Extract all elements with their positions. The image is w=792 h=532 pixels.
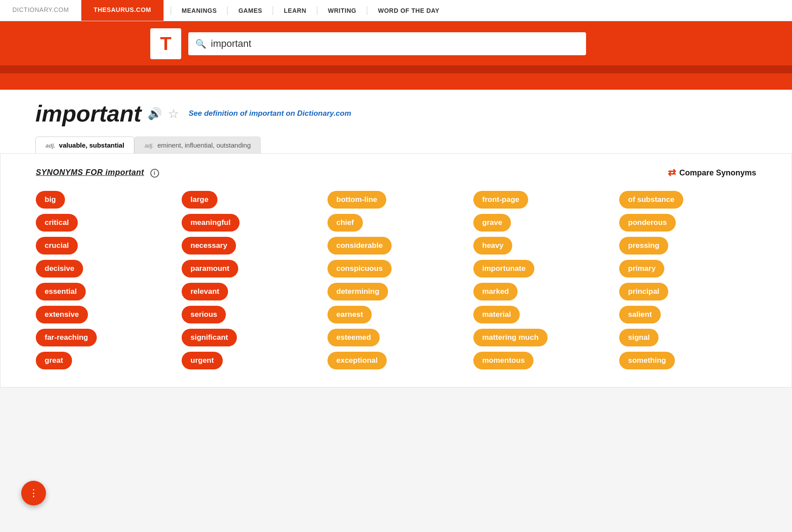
synonym-tag[interactable]: critical [36, 214, 78, 232]
synonym-tag[interactable]: far-reaching [36, 329, 97, 346]
header-inner: T 🔍 [0, 28, 792, 59]
nav-links: MEANINGS GAMES LEARN WRITING WORD OF THE… [171, 0, 450, 21]
speaker-icon[interactable]: 🔊 [148, 107, 162, 121]
synonym-tag[interactable]: mattering much [473, 329, 548, 346]
tab-eminent-influential[interactable]: adj. eminent, influential, outstanding [134, 137, 261, 153]
synonym-tag[interactable]: great [36, 352, 72, 369]
synonym-tag[interactable]: essential [36, 283, 86, 300]
word-title-row: important 🔊 ☆ See definition of importan… [35, 100, 757, 131]
nav-link-games[interactable]: GAMES [228, 0, 273, 21]
synonym-tag[interactable]: big [36, 191, 65, 209]
synonym-tag[interactable]: momentous [473, 352, 533, 369]
synonym-tag[interactable]: of substance [619, 191, 683, 209]
syn-col-4: of substanceponderouspressingprimaryprin… [619, 191, 756, 369]
syn-col-1: largemeaningfulnecessaryparamountrelevan… [182, 191, 319, 369]
synonym-tag[interactable]: conspicuous [327, 260, 392, 277]
synonym-tag[interactable]: salient [619, 306, 661, 323]
synonym-tag[interactable]: something [619, 352, 675, 369]
synonym-tag[interactable]: pressing [619, 237, 668, 255]
nav-link-wotd[interactable]: WORD OF THE DAY [367, 0, 450, 21]
synonym-tag[interactable]: decisive [36, 260, 83, 277]
synonym-tag[interactable]: necessary [182, 237, 236, 255]
nav-link-writing[interactable]: WRITING [317, 0, 367, 21]
synonym-tag[interactable]: crucial [36, 237, 78, 255]
synonyms-header: SYNONYMS FOR important i ⇄ Compare Synon… [36, 167, 756, 179]
synonym-tag[interactable]: bottom-line [327, 191, 386, 209]
synonym-tag[interactable]: material [473, 306, 520, 323]
nav-link-meanings[interactable]: MEANINGS [171, 0, 227, 21]
word-title: important [35, 100, 141, 127]
synonym-tag[interactable]: importunate [473, 260, 534, 277]
word-tabs: adj. valuable, substantial adj. eminent,… [35, 137, 757, 153]
synonym-tag[interactable]: ponderous [619, 214, 676, 232]
compare-synonyms-button[interactable]: ⇄ Compare Synonyms [668, 167, 756, 179]
nav-link-learn[interactable]: LEARN [273, 0, 317, 21]
search-input[interactable] [211, 38, 579, 49]
syn-col-2: bottom-linechiefconsiderableconspicuousd… [327, 191, 465, 369]
logo-letter: T [160, 34, 171, 53]
synonym-tag[interactable]: marked [473, 283, 518, 300]
synonym-tag[interactable]: esteemed [327, 329, 380, 346]
synonym-tag[interactable]: earnest [327, 306, 372, 323]
logo[interactable]: T [150, 28, 181, 59]
synonym-tag[interactable]: relevant [182, 283, 228, 300]
fab-button[interactable]: ⋮ [21, 481, 46, 505]
synonym-tag[interactable]: paramount [182, 260, 238, 277]
star-icon[interactable]: ☆ [168, 106, 179, 121]
header: T 🔍 [0, 21, 792, 90]
nav-tab-dictionary[interactable]: DICTIONARY.COM [0, 0, 81, 21]
header-stripe [0, 65, 792, 73]
nav-tab-thesaurus[interactable]: THESAURUS.COM [81, 0, 164, 21]
synonym-tag[interactable]: exceptional [327, 352, 387, 369]
synonym-tag[interactable]: serious [182, 306, 226, 323]
synonym-tag[interactable]: primary [619, 260, 664, 277]
compare-arrows-icon: ⇄ [668, 167, 676, 179]
syn-col-3: front-pagegraveheavyimportunatemarkedmat… [473, 191, 610, 369]
nav-bar: DICTIONARY.COM THESAURUS.COM MEANINGS GA… [0, 0, 792, 21]
info-icon[interactable]: i [150, 169, 159, 178]
synonym-tag[interactable]: determining [327, 283, 388, 300]
synonyms-grid: bigcriticalcrucialdecisiveessentialexten… [36, 191, 756, 369]
synonym-tag[interactable]: front-page [473, 191, 528, 209]
synonym-tag[interactable]: signal [619, 329, 659, 346]
synonym-tag[interactable]: chief [327, 214, 363, 232]
search-icon: 🔍 [195, 38, 206, 49]
synonym-tag[interactable]: heavy [473, 237, 512, 255]
synonym-tag[interactable]: extensive [36, 306, 88, 323]
synonym-tag[interactable]: meaningful [182, 214, 240, 232]
synonym-tag[interactable]: urgent [182, 352, 223, 369]
search-box: 🔍 [188, 32, 586, 55]
tab-valuable-substantial[interactable]: adj. valuable, substantial [35, 137, 134, 153]
main-content: SYNONYMS FOR important i ⇄ Compare Synon… [0, 153, 792, 388]
synonyms-title: SYNONYMS FOR important i [36, 168, 159, 178]
fab-dots-icon: ⋮ [29, 487, 39, 499]
synonym-tag[interactable]: considerable [327, 237, 392, 255]
synonym-tag[interactable]: principal [619, 283, 668, 300]
word-section: important 🔊 ☆ See definition of importan… [0, 90, 792, 153]
synonym-tag[interactable]: significant [182, 329, 237, 346]
dict-definition-link[interactable]: See definition of important on Dictionar… [189, 109, 351, 118]
synonym-tag[interactable]: grave [473, 214, 511, 232]
synonym-tag[interactable]: large [182, 191, 217, 209]
syn-col-0: bigcriticalcrucialdecisiveessentialexten… [36, 191, 173, 369]
